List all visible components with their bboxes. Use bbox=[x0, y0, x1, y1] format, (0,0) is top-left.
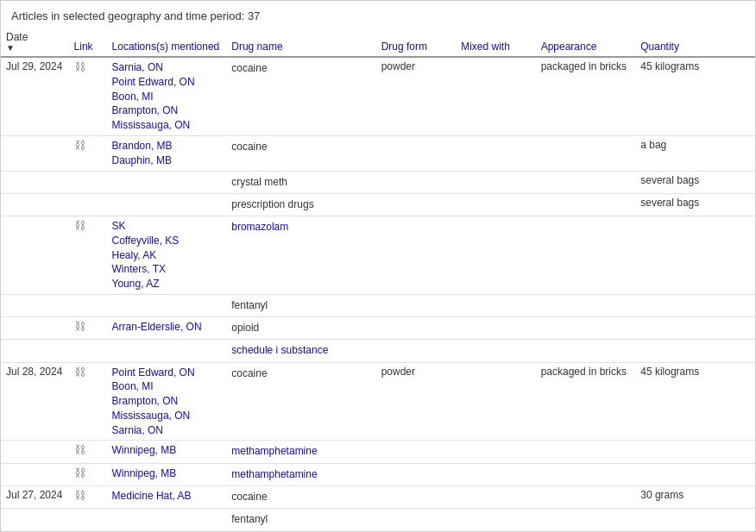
location-link[interactable]: SK bbox=[112, 219, 222, 234]
date-cell bbox=[1, 193, 69, 216]
col-header-drug-form[interactable]: Drug form bbox=[376, 28, 456, 57]
link-cell[interactable]: ⛓ bbox=[69, 135, 107, 171]
col-header-locations[interactable]: Locations(s) mentioned bbox=[107, 28, 227, 57]
location-cell: Sarnia, ONPoint Edward, ONBoon, MIBrampt… bbox=[107, 57, 227, 135]
drug-name-cell: bromazolam bbox=[226, 216, 375, 294]
location-link[interactable]: Brampton, ON bbox=[112, 394, 222, 409]
col-header-drug-name[interactable]: Drug name bbox=[226, 28, 375, 57]
drug-name-cell: opioid bbox=[226, 317, 375, 340]
location-cell: Arran-Elderslie, ON bbox=[107, 317, 227, 340]
location-link[interactable]: Dauphin, MB bbox=[112, 153, 222, 168]
location-link[interactable]: Winnipeg, MB bbox=[112, 466, 222, 481]
date-cell bbox=[1, 294, 69, 316]
drug-form-cell bbox=[376, 340, 456, 362]
location-link[interactable]: Point Edward, ON bbox=[112, 75, 222, 90]
link-cell[interactable]: ⛓ bbox=[69, 441, 107, 463]
location-cell: Point Edward, ONBoon, MIBrampton, ONMiss… bbox=[107, 362, 227, 441]
drug-form-cell bbox=[376, 135, 456, 171]
drug-name-cell: cocaine bbox=[226, 57, 375, 135]
external-link-icon[interactable]: ⛓ bbox=[74, 489, 85, 502]
external-link-icon[interactable]: ⛓ bbox=[74, 139, 85, 152]
location-link[interactable]: Healy, AK bbox=[112, 248, 222, 263]
location-link[interactable]: Mississauga, ON bbox=[112, 409, 222, 423]
mixed-with-cell bbox=[456, 135, 535, 171]
location-link[interactable]: Winnipeg, MB bbox=[112, 443, 222, 458]
drug-name-value: prescription drugs bbox=[231, 197, 370, 213]
appearance-cell bbox=[536, 216, 636, 294]
appearance-cell bbox=[536, 441, 636, 463]
mixed-with-cell bbox=[456, 463, 535, 485]
quantity-cell bbox=[635, 441, 755, 463]
link-cell[interactable]: ⛓ bbox=[69, 463, 107, 485]
date-cell bbox=[1, 216, 69, 294]
link-cell[interactable]: ⛓ bbox=[69, 57, 107, 135]
mixed-with-cell bbox=[456, 340, 535, 362]
link-cell[interactable]: ⛓ bbox=[69, 485, 107, 508]
col-header-quantity[interactable]: Quantity bbox=[635, 28, 755, 57]
col-header-mixed-with[interactable]: Mixed with bbox=[456, 28, 535, 57]
location-cell: Winnipeg, MB bbox=[107, 463, 227, 485]
location-link[interactable]: Sarnia, ON bbox=[112, 423, 222, 438]
date-cell: Jul 27, 2024 bbox=[1, 485, 69, 508]
drug-form-cell bbox=[376, 485, 456, 508]
drug-name-value: fentanyl bbox=[231, 297, 370, 314]
drug-form-cell bbox=[376, 171, 456, 193]
external-link-icon[interactable]: ⛓ bbox=[74, 366, 85, 379]
location-link[interactable]: Sarnia, ON bbox=[112, 60, 222, 75]
location-cell bbox=[107, 294, 227, 316]
table-row: Jul 29, 2024⛓Sarnia, ONPoint Edward, ONB… bbox=[1, 57, 755, 135]
mixed-with-cell bbox=[456, 193, 535, 216]
appearance-cell: packaged in bricks bbox=[536, 362, 636, 441]
location-link[interactable]: Brandon, MB bbox=[112, 139, 222, 153]
table-row: prescription drugsseveral bags bbox=[1, 193, 755, 216]
col-header-link[interactable]: Link bbox=[69, 28, 107, 57]
link-cell[interactable]: ⛓ bbox=[69, 216, 107, 294]
location-link[interactable]: Boon, MI bbox=[112, 379, 222, 394]
location-link[interactable]: Boon, MI bbox=[112, 90, 222, 104]
external-link-icon[interactable]: ⛓ bbox=[74, 219, 85, 232]
drug-name-cell: prescription drugs bbox=[226, 193, 375, 216]
location-link[interactable]: Mississauga, ON bbox=[112, 118, 222, 133]
drug-name-value: cocaine bbox=[231, 489, 370, 505]
external-link-icon[interactable]: ⛓ bbox=[74, 466, 85, 479]
drug-name-value: methamphetamine bbox=[231, 443, 370, 460]
location-link[interactable]: Young, AZ bbox=[112, 277, 222, 291]
mixed-with-cell bbox=[456, 294, 535, 316]
location-link[interactable]: Medicine Hat, AB bbox=[112, 489, 222, 504]
location-link[interactable]: Point Edward, ON bbox=[112, 366, 222, 380]
quantity-cell bbox=[635, 317, 755, 340]
quantity-cell: 45 kilograms bbox=[635, 362, 755, 441]
location-link[interactable]: Brampton, ON bbox=[112, 103, 222, 118]
col-header-appearance[interactable]: Appearance bbox=[536, 28, 636, 57]
date-cell: Jul 29, 2024 bbox=[1, 57, 69, 135]
mixed-with-cell bbox=[456, 509, 535, 530]
drug-name-cell: methamphetamine bbox=[226, 441, 375, 463]
mixed-with-cell bbox=[456, 441, 535, 463]
location-link[interactable]: Winters, TX bbox=[112, 262, 222, 277]
location-link[interactable]: Arran-Elderslie, ON bbox=[112, 320, 222, 335]
drug-name-cell: schedule i substance bbox=[226, 340, 375, 362]
location-cell bbox=[107, 193, 227, 216]
appearance-cell bbox=[536, 193, 636, 216]
link-cell[interactable]: ⛓ bbox=[69, 317, 107, 340]
appearance-cell bbox=[536, 463, 636, 485]
mixed-with-cell bbox=[456, 485, 535, 508]
drug-name-cell: crystal meth bbox=[226, 171, 375, 193]
external-link-icon[interactable]: ⛓ bbox=[74, 320, 85, 333]
mixed-with-cell bbox=[456, 216, 535, 294]
link-cell bbox=[69, 171, 107, 193]
table-row: Jul 28, 2024⛓Point Edward, ONBoon, MIBra… bbox=[1, 362, 755, 441]
quantity-cell bbox=[635, 463, 755, 485]
link-cell[interactable]: ⛓ bbox=[69, 362, 107, 441]
quantity-cell: several bags bbox=[635, 193, 755, 216]
drug-name-value: schedule i substance bbox=[231, 342, 370, 359]
table-wrapper[interactable]: Date ▼ Link Locations(s) mentioned Drug … bbox=[1, 28, 755, 530]
table-row: fentanyl bbox=[1, 509, 755, 530]
external-link-icon[interactable]: ⛓ bbox=[74, 443, 85, 456]
table-row: fentanyl bbox=[1, 294, 755, 316]
quantity-cell: several bags bbox=[635, 171, 755, 193]
location-link[interactable]: Coffeyville, KS bbox=[112, 234, 222, 248]
col-header-date[interactable]: Date ▼ bbox=[1, 28, 69, 57]
external-link-icon[interactable]: ⛓ bbox=[74, 60, 85, 73]
drug-form-cell bbox=[376, 216, 456, 294]
